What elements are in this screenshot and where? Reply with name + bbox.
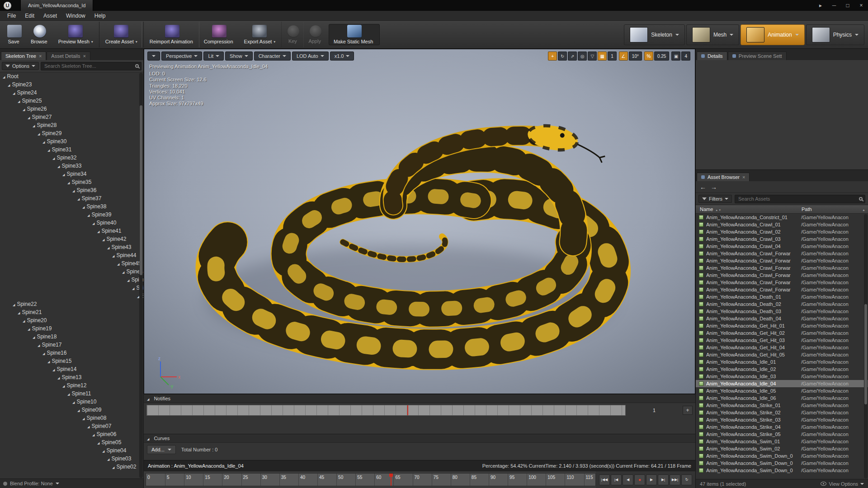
- bone-row[interactable]: Spine39: [0, 211, 143, 219]
- expand-arrow-icon[interactable]: [18, 309, 20, 315]
- expand-arrow-icon[interactable]: [132, 285, 134, 291]
- asset-row[interactable]: Anim_YellowAnaconda_Swim_01 /Game/Yellow…: [696, 438, 868, 445]
- notifies-header[interactable]: Notifies: [144, 394, 695, 403]
- add-notify-track-button[interactable]: +: [683, 406, 693, 415]
- viewport-menu-button[interactable]: [147, 52, 160, 61]
- chevron-down-icon[interactable]: [855, 34, 859, 36]
- expand-arrow-icon[interactable]: [67, 179, 70, 185]
- viewport-button-Perspective[interactable]: Perspective: [161, 52, 202, 61]
- bone-row[interactable]: Spine04: [0, 446, 143, 455]
- mode-button-Skeleton[interactable]: Skeleton: [624, 24, 685, 45]
- history-forward-icon[interactable]: →: [711, 184, 717, 190]
- asset-row[interactable]: Anim_YellowAnaconda_Death_03 /Game/Yello…: [696, 308, 868, 315]
- bone-row[interactable]: Spine17: [0, 341, 143, 349]
- bone-row[interactable]: Spine02: [0, 463, 143, 471]
- viewport-button-Lit[interactable]: Lit: [203, 52, 224, 61]
- expand-arrow-icon[interactable]: [52, 155, 55, 161]
- tab-close-icon[interactable]: [83, 53, 86, 59]
- toolbar-button[interactable]: Preview Mesh▾: [54, 22, 98, 47]
- viewport-button-x1.0[interactable]: x1.0: [330, 52, 354, 61]
- asset-row[interactable]: Anim_YellowAnaconda_Idle_04 /Game/Yellow…: [696, 380, 868, 387]
- asset-row[interactable]: Anim_YellowAnaconda_Get_Hit_03 /Game/Yel…: [696, 337, 868, 344]
- tree-scrollbar[interactable]: [139, 73, 143, 478]
- asset-row[interactable]: Anim_YellowAnaconda_Strike_04 /Game/Yell…: [696, 423, 868, 431]
- camera-speed-value[interactable]: 4: [681, 52, 690, 61]
- mode-button-Mesh[interactable]: Mesh: [686, 24, 739, 45]
- expand-arrow-icon[interactable]: [72, 187, 75, 193]
- minimize-button[interactable]: ─: [827, 0, 841, 11]
- asset-row[interactable]: Anim_YellowAnaconda_Idle_02 /Game/Yellow…: [696, 366, 868, 373]
- expand-arrow-icon[interactable]: [62, 382, 65, 389]
- asset-row[interactable]: Anim_YellowAnaconda_Crawl_Forwar /Game/Y…: [696, 286, 868, 293]
- asset-row[interactable]: Anim_YellowAnaconda_Idle_03 /Game/Yellow…: [696, 373, 868, 380]
- bone-row[interactable]: Spine35: [0, 178, 143, 186]
- expand-arrow-icon[interactable]: [28, 114, 30, 120]
- bone-row[interactable]: Spine42: [0, 235, 143, 243]
- chevron-down-icon[interactable]: [795, 34, 799, 36]
- asset-list[interactable]: Anim_YellowAnaconda_Constrict_01 /Game/Y…: [696, 214, 868, 479]
- go-to-end-button[interactable]: ▶▶|: [670, 474, 680, 485]
- expand-arrow-icon[interactable]: [77, 407, 80, 413]
- asset-row[interactable]: Anim_YellowAnaconda_Crawl_02 /Game/Yello…: [696, 228, 868, 235]
- menu-item[interactable]: File: [3, 13, 20, 19]
- asset-row[interactable]: Anim_YellowAnaconda_Crawl_04 /Game/Yello…: [696, 243, 868, 250]
- asset-row[interactable]: Anim_YellowAnaconda_Crawl_Forwar /Game/Y…: [696, 279, 868, 286]
- expand-arrow-icon[interactable]: [112, 464, 114, 470]
- bone-row[interactable]: Spine14: [0, 365, 143, 373]
- scale-tool-icon[interactable]: ⇗: [568, 52, 577, 61]
- expand-arrow-icon[interactable]: [57, 374, 60, 380]
- tab-Details[interactable]: Details: [697, 52, 727, 60]
- asset-search-input[interactable]: [737, 196, 857, 202]
- expand-arrow-icon[interactable]: [38, 130, 40, 136]
- expand-arrow-icon[interactable]: [87, 211, 90, 218]
- expand-arrow-icon[interactable]: [107, 455, 109, 462]
- rotation-snap-icon[interactable]: ∠: [619, 52, 628, 61]
- bone-row[interactable]: Spine15: [0, 357, 143, 365]
- maximize-button[interactable]: □: [841, 0, 854, 11]
- asset-search-box[interactable]: [735, 195, 865, 203]
- column-header-path[interactable]: Path: [800, 206, 868, 212]
- scale-snap-value[interactable]: 0.25: [654, 52, 669, 61]
- expand-arrow-icon[interactable]: [18, 98, 20, 104]
- expand-arrow-icon[interactable]: [8, 81, 10, 88]
- asset-row[interactable]: Anim_YellowAnaconda_Swim_Down_0 /Game/Ye…: [696, 460, 868, 467]
- tab-close-icon[interactable]: [39, 53, 42, 59]
- options-button[interactable]: Options: [2, 62, 39, 70]
- bone-row[interactable]: Spine07: [0, 422, 143, 430]
- collapse-arrow-icon[interactable]: [147, 396, 149, 401]
- expand-arrow-icon[interactable]: [122, 268, 124, 275]
- surface-snap-icon[interactable]: ▽: [588, 52, 597, 61]
- bone-row[interactable]: Spine33: [0, 162, 143, 170]
- bone-row[interactable]: Spine19: [0, 324, 143, 333]
- curves-header[interactable]: Curves: [144, 434, 695, 443]
- bone-row[interactable]: Spine30: [0, 137, 143, 145]
- expand-arrow-icon[interactable]: [87, 423, 90, 429]
- bone-row[interactable]: Spine26: [0, 105, 143, 113]
- bone-row[interactable]: Spine13: [0, 373, 143, 381]
- expand-arrow-icon[interactable]: [92, 220, 94, 226]
- world-coordinate-icon[interactable]: ◎: [578, 52, 587, 61]
- menu-item[interactable]: Asset: [39, 13, 61, 19]
- skeleton-search-box[interactable]: [41, 62, 142, 70]
- expand-arrow-icon[interactable]: [23, 317, 25, 324]
- bone-row[interactable]: Spine08: [0, 414, 143, 422]
- expand-arrow-icon[interactable]: [62, 171, 65, 177]
- step-forward-button[interactable]: ▶|: [658, 474, 669, 485]
- bone-row[interactable]: Spine47: [0, 276, 143, 284]
- filters-button[interactable]: Filters: [698, 195, 732, 203]
- bone-row[interactable]: Root: [0, 72, 143, 80]
- timeline-playhead[interactable]: [391, 474, 392, 486]
- tab-asset-browser[interactable]: Asset Browser: [697, 173, 750, 181]
- bone-row[interactable]: Spine27: [0, 113, 143, 121]
- expand-arrow-icon[interactable]: [102, 236, 104, 242]
- toolbar-button[interactable]: Export Asset▾: [240, 22, 280, 47]
- view-options-button[interactable]: View Options: [821, 481, 864, 487]
- bone-row[interactable]: Spine32: [0, 154, 143, 162]
- expand-arrow-icon[interactable]: [57, 163, 60, 169]
- expand-arrow-icon[interactable]: [127, 277, 129, 283]
- chevron-down-icon[interactable]: [675, 34, 679, 36]
- bone-row[interactable]: Spine09: [0, 406, 143, 414]
- viewport-button-LOD Auto[interactable]: LOD Auto: [292, 52, 329, 61]
- expand-arrow-icon[interactable]: [13, 89, 15, 96]
- bone-row[interactable]: Spine21: [0, 308, 143, 316]
